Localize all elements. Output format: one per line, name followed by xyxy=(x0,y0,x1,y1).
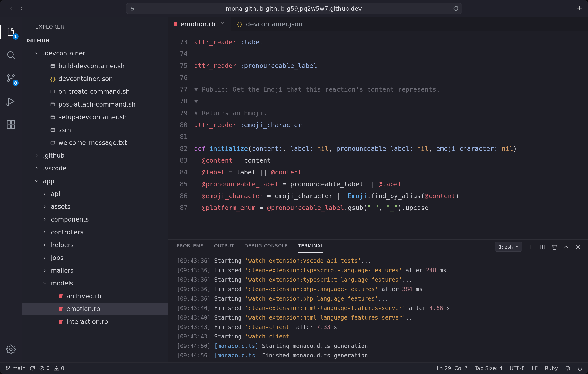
folder-row[interactable]: components xyxy=(21,213,168,226)
file-label: welcome_message.txt xyxy=(58,139,127,146)
maximize-panel-button[interactable] xyxy=(563,244,569,250)
folder-row[interactable]: api xyxy=(21,187,168,200)
file-row[interactable]: emotion.rb xyxy=(21,303,168,315)
nav-forward-button[interactable] xyxy=(17,4,26,13)
branch-name: main xyxy=(12,365,26,371)
extensions-icon xyxy=(6,120,16,130)
titlebar: mona-github-github-g59jpq2w5w7.github.de… xyxy=(0,0,588,17)
svg-rect-25 xyxy=(51,141,55,144)
code-editor[interactable]: 737475767778798081828384858687 attr_read… xyxy=(168,31,588,239)
folder-label: .devcontainer xyxy=(43,50,85,57)
new-terminal-button[interactable] xyxy=(528,244,534,250)
chevron-right-icon xyxy=(42,191,49,196)
folder-row[interactable]: .github xyxy=(21,149,168,162)
svg-rect-23 xyxy=(51,129,55,132)
sidebar-title: EXPLORER xyxy=(21,17,168,34)
split-terminal-button[interactable] xyxy=(540,244,546,250)
folder-row[interactable]: jobs xyxy=(21,251,168,264)
sh-icon xyxy=(49,115,56,120)
file-row[interactable]: welcome_message.txt xyxy=(21,136,168,149)
chevron-right-icon xyxy=(34,153,41,158)
status-notifications[interactable] xyxy=(577,366,583,371)
file-row[interactable]: ssrh xyxy=(21,123,168,136)
svg-rect-21 xyxy=(51,116,55,119)
refresh-icon[interactable] xyxy=(453,6,458,11)
folder-row[interactable]: .vscode xyxy=(21,162,168,175)
workbench: 1 8 EXPLORER GITH xyxy=(0,17,588,363)
folder-row[interactable]: controllers xyxy=(21,226,168,239)
file-label: on-create-command.sh xyxy=(58,88,130,95)
file-row[interactable]: on-create-command.sh xyxy=(21,85,168,98)
file-row[interactable]: setup-devcontainer.sh xyxy=(21,111,168,123)
status-sync[interactable] xyxy=(30,366,35,371)
folder-row[interactable]: .devcontainer xyxy=(21,47,168,60)
terminal-output[interactable]: [09:43:36] Starting 'watch-extension:vsc… xyxy=(168,254,588,363)
status-branch[interactable]: main xyxy=(5,365,26,371)
rb-icon xyxy=(174,22,177,26)
editor-tab[interactable]: {}devcontainer.json xyxy=(231,17,308,31)
error-count: 0 xyxy=(46,365,50,371)
folder-label: app xyxy=(43,177,54,185)
error-icon xyxy=(39,366,44,371)
activity-bar: 1 8 xyxy=(0,17,21,363)
bell-icon xyxy=(577,366,583,371)
sync-icon xyxy=(30,366,35,371)
editor-tab[interactable]: emotion.rb xyxy=(168,17,231,31)
close-icon[interactable] xyxy=(220,22,225,26)
editor-area: emotion.rb{}devcontainer.json 7374757677… xyxy=(168,17,588,363)
panel-tab[interactable]: PROBLEMS xyxy=(177,243,204,251)
close-panel-button[interactable] xyxy=(575,244,581,250)
folder-row[interactable]: assets xyxy=(21,200,168,213)
panel-tab[interactable]: OUTPUT xyxy=(214,243,234,251)
panel-tab[interactable]: TERMINAL xyxy=(298,243,324,251)
status-cursor-position[interactable]: Ln 29, Col 7 xyxy=(437,365,468,371)
terminal-dropdown[interactable]: 1: zsh xyxy=(495,242,522,252)
status-warnings[interactable]: 0 xyxy=(54,365,64,371)
file-row[interactable]: build-devcontainer.sh xyxy=(21,60,168,72)
code-content: attr_reader :label attr_reader :pronounc… xyxy=(194,36,588,239)
folder-label: api xyxy=(51,190,60,198)
file-row[interactable]: post-attach-command.sh xyxy=(21,98,168,111)
warning-icon xyxy=(54,366,59,371)
chevron-down-icon xyxy=(34,179,41,183)
status-tab-size[interactable]: Tab Size: 4 xyxy=(475,365,503,371)
file-row[interactable]: interaction.rb xyxy=(21,315,168,328)
folder-row[interactable]: mailers xyxy=(21,264,168,277)
folder-row[interactable]: models xyxy=(21,277,168,290)
new-tab-button[interactable] xyxy=(576,4,583,12)
status-eol[interactable]: LF xyxy=(532,365,538,371)
nav-back-button[interactable] xyxy=(6,4,15,13)
chevron-right-icon xyxy=(19,6,24,11)
folder-label: jobs xyxy=(51,254,63,261)
chevron-right-icon xyxy=(42,268,49,273)
workspace-root-row[interactable]: GITHUB xyxy=(21,34,168,47)
file-tree: .devcontainerbuild-devcontainer.sh{}devc… xyxy=(21,47,168,363)
url-bar[interactable]: mona-github-github-g59jpq2w5w7.github.de… xyxy=(126,3,462,14)
status-feedback[interactable] xyxy=(565,366,570,371)
gear-icon xyxy=(6,344,16,354)
activity-search[interactable] xyxy=(4,49,17,61)
activity-explorer[interactable]: 1 xyxy=(4,25,17,38)
svg-rect-17 xyxy=(51,90,55,93)
activity-scm[interactable]: 8 xyxy=(4,72,17,85)
nav-arrows xyxy=(6,4,26,13)
panel-tab[interactable]: DEBUG CONSOLE xyxy=(244,243,288,251)
svg-rect-11 xyxy=(7,125,10,128)
status-language[interactable]: Ruby xyxy=(545,365,558,371)
status-errors[interactable]: 0 xyxy=(39,365,50,371)
file-row[interactable]: archived.rb xyxy=(21,290,168,303)
activity-run-debug[interactable] xyxy=(4,95,17,108)
svg-line-4 xyxy=(12,56,15,59)
tab-label: devcontainer.json xyxy=(246,20,302,28)
kill-terminal-button[interactable] xyxy=(551,244,557,250)
folder-row[interactable]: app xyxy=(21,175,168,187)
bottom-panel: PROBLEMSOUTPUTDEBUG CONSOLETERMINAL 1: z… xyxy=(168,239,588,363)
file-label: devcontainer.json xyxy=(58,75,113,82)
sh-icon xyxy=(49,64,56,69)
activity-extensions[interactable] xyxy=(4,118,17,131)
file-row[interactable]: {}devcontainer.json xyxy=(21,72,168,85)
folder-row[interactable]: helpers xyxy=(21,239,168,251)
status-encoding[interactable]: UTF-8 xyxy=(510,365,525,371)
activity-settings[interactable] xyxy=(4,343,17,356)
chevron-right-icon xyxy=(42,204,49,209)
